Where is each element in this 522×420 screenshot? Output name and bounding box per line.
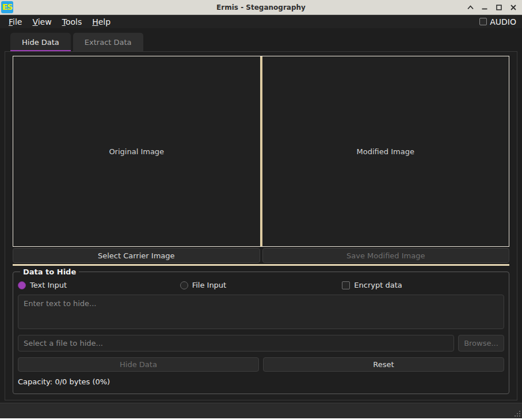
- action-buttons-row: Hide Data Reset: [18, 357, 504, 372]
- minimize-button[interactable]: [481, 3, 489, 12]
- hide-text-input[interactable]: [18, 295, 504, 329]
- file-input-label: File Input: [192, 281, 227, 289]
- menu-tools-rest: ools: [66, 17, 82, 26]
- audio-checkbox[interactable]: [479, 18, 487, 25]
- file-input-radio-option[interactable]: File Input: [180, 281, 342, 289]
- menubar: File View Tools Help AUDIO: [0, 15, 522, 28]
- radio-unselected-icon[interactable]: [180, 281, 188, 289]
- hide-data-button[interactable]: Hide Data: [18, 357, 259, 372]
- minimize-icon: [482, 5, 487, 10]
- encrypt-data-option[interactable]: Encrypt data: [342, 281, 504, 289]
- encrypt-label: Encrypt data: [354, 281, 402, 289]
- tab-hide-data[interactable]: Hide Data: [10, 33, 71, 51]
- app-window: ES Ermis - Steganography: [0, 0, 522, 420]
- audio-toggle[interactable]: AUDIO: [479, 17, 516, 26]
- reset-button[interactable]: Reset: [263, 357, 504, 372]
- menu-view-rest: iew: [38, 17, 52, 26]
- encrypt-checkbox[interactable]: [342, 281, 350, 289]
- menu-help[interactable]: Help: [87, 17, 116, 27]
- modified-image-label: Modified Image: [357, 147, 414, 156]
- app-icon: ES: [1, 1, 13, 13]
- radio-selected-icon[interactable]: [18, 281, 26, 289]
- resize-grip-icon[interactable]: [513, 410, 521, 417]
- original-image-panel: Original Image: [13, 56, 260, 246]
- menu-view-mnemonic: V: [32, 17, 37, 26]
- audio-label: AUDIO: [490, 17, 516, 26]
- capacity-label: Capacity: 0/0 bytes (0%): [18, 377, 504, 386]
- text-input-label: Text Input: [30, 281, 67, 289]
- titlebar: ES Ermis - Steganography: [0, 0, 522, 15]
- input-mode-row: Text Input File Input Encrypt data: [18, 281, 504, 289]
- original-image-label: Original Image: [109, 147, 164, 156]
- menu-view[interactable]: View: [27, 17, 56, 27]
- data-to-hide-group: Data to Hide Text Input File Input Encry…: [13, 268, 509, 394]
- menu-file-rest: ile: [13, 17, 22, 26]
- image-preview-area: Original Image Modified Image: [13, 56, 509, 247]
- horizontal-splitter-handle[interactable]: [13, 264, 509, 266]
- tabbar: Hide Data Extract Data: [10, 33, 517, 51]
- image-buttons-row: Select Carrier Image Save Modified Image: [13, 248, 509, 263]
- menu-file-mnemonic: F: [9, 17, 13, 26]
- close-icon: [510, 5, 516, 10]
- group-title: Data to Hide: [20, 268, 79, 276]
- browse-button[interactable]: Browse...: [458, 335, 504, 352]
- shade-button[interactable]: [466, 3, 474, 12]
- window-controls: [466, 3, 517, 12]
- menu-help-rest: elp: [98, 17, 111, 26]
- maximize-icon: [496, 5, 502, 10]
- chevron-up-icon: [467, 5, 474, 10]
- maximize-button[interactable]: [495, 3, 503, 12]
- modified-image-panel: Modified Image: [262, 56, 509, 246]
- text-input-radio-option[interactable]: Text Input: [18, 281, 180, 289]
- main-area: Hide Data Extract Data Original Image Mo…: [0, 28, 522, 403]
- select-carrier-image-button[interactable]: Select Carrier Image: [13, 248, 260, 263]
- statusbar: [0, 403, 522, 418]
- save-modified-image-button[interactable]: Save Modified Image: [262, 248, 510, 263]
- menu-help-mnemonic: H: [92, 17, 98, 26]
- file-path-input[interactable]: [18, 335, 454, 352]
- menu-tools[interactable]: Tools: [57, 17, 87, 27]
- close-button[interactable]: [509, 3, 517, 12]
- window-title: Ermis - Steganography: [0, 3, 522, 12]
- tab-extract-data[interactable]: Extract Data: [73, 33, 143, 51]
- file-select-row: Browse...: [18, 335, 504, 352]
- hide-data-pane: Original Image Modified Image Select Car…: [5, 51, 517, 400]
- menu-file[interactable]: File: [3, 17, 27, 27]
